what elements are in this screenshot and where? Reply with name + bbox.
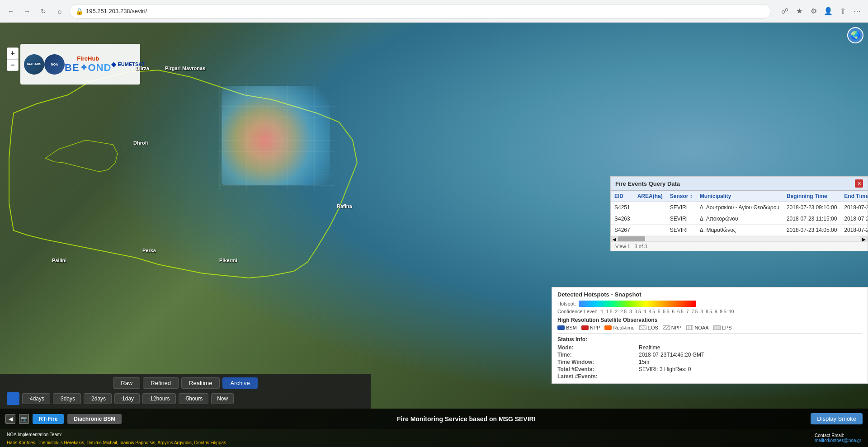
reader-view-button[interactable]: ☍ [778,5,791,18]
legend-npp2: NPP [663,325,682,330]
view-count: View 1 - 3 of 3 [615,244,647,249]
main-content: IAASARS NOA FireHub BE✦OND ◆ EUMETSAT [0,23,868,447]
cell-area [634,225,666,236]
latest-value [639,373,862,380]
svg-rect-0 [219,84,335,190]
window-value: 15m [639,359,862,365]
now-button[interactable]: Now [211,393,234,404]
col-area: AREA(ha) [634,191,666,202]
grid-overlay [219,84,335,190]
cell-end: 2018-07-23 14:40:00 [840,213,868,225]
eps-pattern [713,325,721,330]
noaa-label: NOAA [694,325,708,330]
minus4days-button[interactable]: -4days [22,393,50,404]
status-bar: ◀ 📷 RT-Fire Diachronic BSM Fire Monitori… [0,409,868,429]
refined-button[interactable]: Refined [143,377,179,389]
time-value: 2018-07-23T14:46:20 GMT [639,352,862,358]
cell-sensor: SEVIRI [666,213,696,225]
raw-button[interactable]: Raw [113,377,140,389]
bsm-color [557,325,565,330]
zoom-in-button[interactable]: + [7,47,19,59]
col-end: End Time [840,191,868,202]
cell-area [634,213,666,225]
table-footer: View 1 - 3 of 3 [611,241,868,251]
eumetsat-text: EUMETSAT [118,61,145,67]
scroll-left-button[interactable]: ◀ [611,236,618,242]
refresh-button[interactable]: ↻ [37,5,50,18]
extensions-button[interactable]: ⚙ [807,5,820,18]
realtime-label: Real-time [613,325,634,330]
cell-eid: S4251 [611,202,634,213]
npp2-pattern [663,325,670,330]
bookmark-button[interactable]: ★ [793,5,806,18]
hotspot-color-bar [579,301,696,307]
noa-label: NOA Implementation Team: [7,432,62,437]
realtime-color [604,325,612,330]
fire-events-table: EID AREA(ha) Sensor ↕ Municipality Begin… [611,191,868,236]
table-row[interactable]: S4267 SEVIRI Δ. Μαραθώνος 2018-07-23 14:… [611,225,868,236]
panel-title: Fire Events Query Data [615,180,680,187]
close-panel-button[interactable]: ✕ [855,179,863,188]
time-label: Time: [557,352,639,358]
beyond-logo: FireHub BE✦OND [65,55,111,74]
realtime-button[interactable]: Realtime [181,377,220,389]
minus1day-button[interactable]: -1day [114,393,140,404]
rt-fire-tab[interactable]: RT-Fire [33,414,64,424]
team-names: Haris Kontoes, Themistoklis Herekakis, D… [7,440,226,445]
address-bar[interactable]: 🔒 195.251.203.238/seviri/ [70,4,771,19]
col-beginning: Beginning Time [783,191,840,202]
nav-left-button[interactable]: ◀ [5,414,15,424]
mode-value: Realtime [639,344,862,351]
total-label: Total #Events: [557,366,639,372]
map-label-perka: Perka [142,248,156,253]
legend-realtime: Real-time [604,325,634,330]
npp-color [581,325,589,330]
account-button[interactable]: 👤 [822,5,835,18]
scroll-right-button[interactable]: ▶ [860,236,868,242]
home-button[interactable]: ⌂ [53,5,66,18]
minus2days-button[interactable]: -2days [84,393,112,404]
minus5hours-button[interactable]: -5hours [179,393,209,404]
screenshot-button[interactable]: 📷 [19,414,29,424]
status-info-title: Status Info: [557,336,862,343]
zoom-out-button[interactable]: − [7,59,19,71]
cell-beginning: 2018-07-23 11:15:00 [783,213,840,225]
archive-button[interactable]: Archive [222,377,257,389]
forward-button[interactable]: → [21,5,33,18]
logo-panel: IAASARS NOA FireHub BE✦OND ◆ EUMETSAT [20,44,140,85]
beyond-text: BE✦OND [65,62,111,74]
url-text: 195.251.203.238/seviri/ [86,8,147,14]
cell-eid: S4263 [611,213,634,225]
iaasars-logo: IAASARS [24,54,44,75]
col-municipality: Municipality [696,191,783,202]
browser-toolbar-icons: ☍ ★ ⚙ 👤 ⇧ ⋯ [778,5,863,18]
eos-label: EOS [648,325,658,330]
map-zoom-controls: + − [7,47,19,71]
confidence-numbers: 1 1.5 2 2.5 3 3.5 4 4.5 5 5.5 6 6.5 7 7.… [601,309,734,314]
display-smoke-button[interactable]: Display Smoke [811,413,863,424]
cell-eid: S4267 [611,225,634,236]
eps-label: EPS [722,325,732,330]
globe-button[interactable]: 🌏 [847,27,863,43]
legend-npp: NPP [581,325,600,330]
menu-button[interactable]: ⋯ [851,5,863,18]
hotspot-label: Hotspot: [557,301,576,306]
share-button[interactable]: ⇧ [836,5,849,18]
contact-label: Contact Email: [815,433,844,438]
table-scrollbar[interactable]: ◀ ▶ [611,236,868,241]
legend-bsm: BSM [557,325,577,330]
status-info-grid: Mode: Realtime Time: 2018-07-23T14:46:20… [557,344,862,380]
map-label-pikermi: Pikermi [219,258,237,263]
fire-events-table-container[interactable]: EID AREA(ha) Sensor ↕ Municipality Begin… [611,191,868,236]
table-row[interactable]: S4263 SEVIRI Δ. Αποκορώνου 2018-07-23 11… [611,213,868,225]
map-background[interactable]: IAASARS NOA FireHub BE✦OND ◆ EUMETSAT [0,23,868,447]
col-sensor: Sensor ↕ [666,191,696,202]
back-button[interactable]: ← [5,5,17,18]
diachronic-tab[interactable]: Diachronic BSM [67,414,122,424]
cell-sensor: SEVIRI [666,202,696,213]
minus12hours-button[interactable]: -12hours [142,393,175,404]
table-row[interactable]: S4251 SEVIRI Δ. Λουτρακίου - Αγίου Θεοδώ… [611,202,868,213]
map-label-pallini: Pallini [52,258,66,263]
minus3days-button[interactable]: -3days [53,393,81,404]
scrollbar-thumb[interactable] [618,236,645,241]
